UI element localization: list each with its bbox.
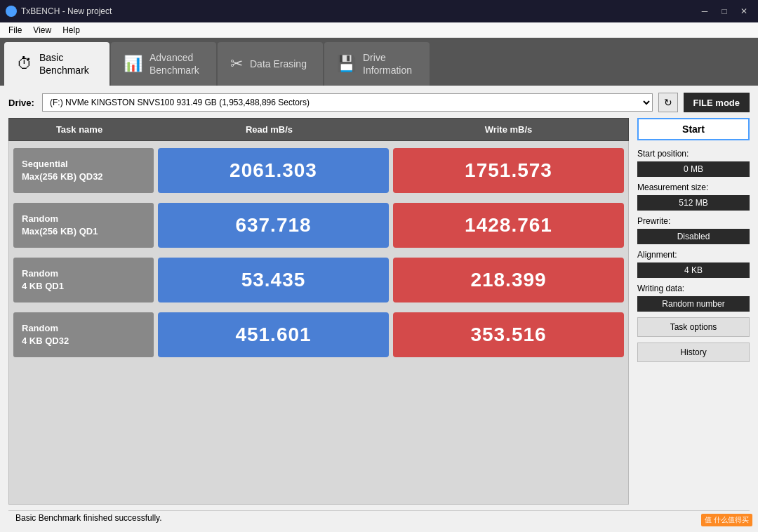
tab-drive-label: DriveInformation: [363, 51, 412, 77]
table-row: Random4 KB QD32 451.601 353.516: [9, 310, 628, 360]
write-value-0: 1751.573: [393, 148, 624, 193]
window-title: TxBENCH - New project: [21, 6, 112, 16]
minimize-button[interactable]: ─: [696, 4, 713, 18]
file-mode-button[interactable]: FILE mode: [684, 93, 750, 112]
measurement-size-label: Measurement size:: [637, 182, 750, 192]
right-panel: Start Start position: 0 MB Measurement s…: [637, 118, 750, 505]
table-row: RandomMax(256 KB) QD1 637.718 1428.761: [9, 200, 628, 251]
alignment-value: 4 KB: [637, 262, 750, 278]
write-value-1: 1428.761: [393, 203, 624, 248]
table-body: SequentialMax(256 KB) QD32 2061.303 1751…: [8, 141, 629, 505]
table-row: SequentialMax(256 KB) QD32 2061.303 1751…: [9, 145, 628, 196]
close-button[interactable]: ✕: [736, 4, 752, 18]
prewrite-label: Prewrite:: [637, 216, 750, 226]
tab-advanced-benchmark[interactable]: 📊 AdvancedBenchmark: [111, 42, 216, 86]
content-area: Task name Read mB/s Write mB/s Sequentia…: [8, 118, 750, 505]
tab-basic-label: BasicBenchmark: [39, 51, 89, 77]
read-value-3: 451.601: [158, 312, 389, 357]
prewrite-value: Disabled: [637, 229, 750, 244]
task-label-0: SequentialMax(256 KB) QD32: [13, 148, 154, 193]
task-label-2: Random4 KB QD1: [13, 258, 154, 302]
alignment-label: Alignment:: [637, 250, 750, 260]
basic-benchmark-icon: ⏱: [17, 55, 32, 73]
tab-bar: ⏱ BasicBenchmark 📊 AdvancedBenchmark ✂ D…: [0, 38, 758, 86]
tab-basic-benchmark[interactable]: ⏱ BasicBenchmark: [4, 42, 109, 86]
write-value-3: 353.516: [393, 312, 624, 357]
drive-row: Drive: (F:) NVMe KINGSTON SNVS100 931.49…: [8, 93, 750, 112]
start-position-label: Start position:: [637, 149, 750, 159]
drive-refresh-button[interactable]: ↻: [658, 93, 678, 112]
tab-drive-information[interactable]: 💾 DriveInformation: [324, 42, 430, 86]
maximize-button[interactable]: □: [716, 4, 733, 18]
start-button[interactable]: Start: [637, 118, 750, 140]
table-header: Task name Read mB/s Write mB/s: [8, 118, 629, 141]
drive-label: Drive:: [8, 98, 36, 108]
read-value-2: 53.435: [158, 258, 389, 302]
table-row: Random4 KB QD1 53.435 218.399: [9, 255, 628, 305]
app-icon: [6, 6, 17, 17]
tab-advanced-label: AdvancedBenchmark: [149, 51, 199, 77]
history-button[interactable]: History: [637, 343, 750, 362]
writing-data-label: Writing data:: [637, 284, 750, 293]
col-header-task: Task name: [9, 119, 149, 140]
status-bar: Basic Benchmark finished successfully.: [8, 510, 750, 525]
title-bar: TxBENCH - New project ─ □ ✕: [0, 0, 758, 22]
read-value-1: 637.718: [158, 203, 389, 248]
task-options-button[interactable]: Task options: [637, 317, 750, 337]
read-value-0: 2061.303: [158, 148, 389, 193]
menu-bar: File View Help: [0, 22, 758, 38]
data-erasing-icon: ✂: [230, 55, 243, 73]
menu-view[interactable]: View: [27, 24, 57, 36]
main-content: Drive: (F:) NVMe KINGSTON SNVS100 931.49…: [0, 86, 758, 532]
start-position-value: 0 MB: [637, 161, 750, 177]
write-value-2: 218.399: [393, 258, 624, 302]
col-header-read: Read mB/s: [149, 119, 389, 140]
menu-file[interactable]: File: [3, 24, 27, 36]
task-label-3: Random4 KB QD32: [13, 312, 154, 357]
benchmark-table: Task name Read mB/s Write mB/s Sequentia…: [8, 118, 629, 505]
writing-data-value: Random number: [637, 296, 750, 312]
tab-data-erasing[interactable]: ✂ Data Erasing: [218, 42, 323, 86]
tab-erasing-label: Data Erasing: [250, 58, 307, 70]
advanced-benchmark-icon: 📊: [124, 55, 142, 73]
measurement-size-value: 512 MB: [637, 195, 750, 211]
task-label-1: RandomMax(256 KB) QD1: [13, 203, 154, 248]
status-text: Basic Benchmark finished successfully.: [15, 513, 162, 523]
col-header-write: Write mB/s: [389, 119, 628, 140]
drive-select[interactable]: (F:) NVMe KINGSTON SNVS100 931.49 GB (1,…: [42, 93, 653, 112]
menu-help[interactable]: Help: [57, 24, 86, 36]
drive-info-icon: 💾: [337, 55, 356, 73]
title-bar-left: TxBENCH - New project: [6, 6, 112, 17]
window-controls: ─ □ ✕: [696, 4, 752, 18]
